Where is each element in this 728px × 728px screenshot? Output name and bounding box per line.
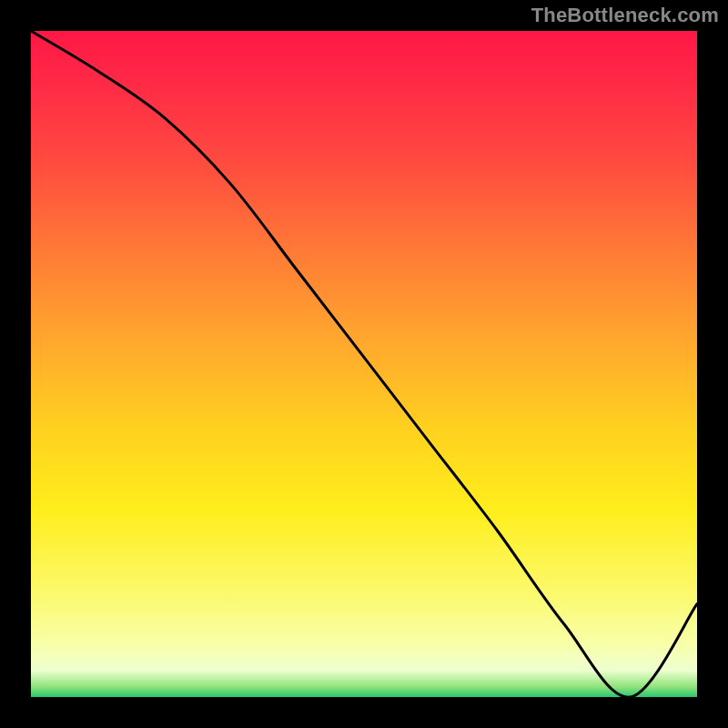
watermark-text: TheBottleneck.com	[531, 4, 719, 27]
curve-path	[31, 31, 697, 697]
chart-container: TheBottleneck.com	[0, 0, 728, 728]
bottleneck-curve	[31, 31, 697, 697]
plot-area	[27, 27, 701, 701]
